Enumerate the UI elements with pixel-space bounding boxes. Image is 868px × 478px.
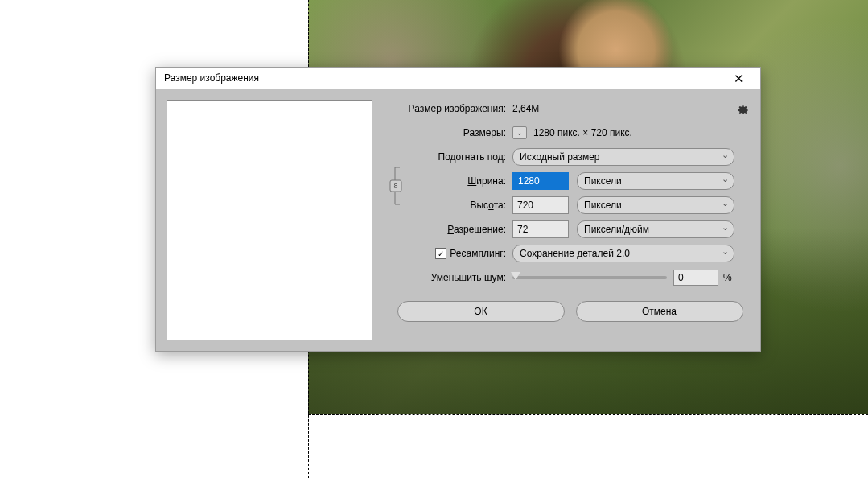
resolution-input[interactable] (512, 220, 569, 238)
svg-text:8: 8 (393, 182, 397, 190)
constrain-proportions-link[interactable]: 8 (389, 164, 405, 208)
dimensions-label: Размеры: (390, 127, 512, 138)
resolution-unit-value: Пиксели/дюйм (584, 224, 649, 235)
noise-input[interactable] (673, 270, 718, 286)
dialog-title: Размер изображения (164, 72, 723, 84)
resample-value: Сохранение деталей 2.0 (520, 248, 630, 259)
noise-unit: % (723, 272, 732, 283)
dialog-titlebar[interactable]: Размер изображения ✕ (156, 68, 760, 89)
chevron-down-icon: ⌄ (516, 129, 523, 137)
fit-to-select[interactable]: Исходный размер (512, 148, 734, 166)
preview-area (167, 100, 372, 340)
resample-label: Ресамплинг: (450, 248, 506, 259)
width-input[interactable] (512, 172, 569, 190)
fit-to-value: Исходный размер (520, 151, 600, 163)
image-size-dialog: Размер изображения ✕ Размер изображения:… (155, 67, 761, 352)
width-unit-value: Пиксели (584, 175, 622, 187)
slider-thumb-icon (511, 272, 520, 280)
noise-label: Уменьшить шум: (390, 272, 512, 283)
resample-select[interactable]: Сохранение деталей 2.0 (512, 245, 734, 262)
dimensions-value: 1280 пикс. × 720 пикс. (533, 127, 632, 138)
gear-icon[interactable] (737, 103, 748, 114)
ok-button[interactable]: ОК (397, 301, 565, 322)
width-label: Ширина: (390, 175, 512, 187)
height-label: Высота: (390, 200, 512, 211)
fit-to-label: Подогнать под: (390, 151, 512, 163)
image-size-label: Размер изображения: (390, 103, 512, 114)
noise-slider[interactable] (512, 276, 667, 279)
width-unit-select[interactable]: Пиксели (577, 172, 734, 190)
selection-marquee-horizontal (308, 414, 868, 415)
resolution-label: Разрешение: (390, 224, 512, 235)
cancel-button[interactable]: Отмена (576, 301, 743, 322)
height-input[interactable] (512, 196, 569, 214)
height-unit-value: Пиксели (584, 200, 622, 211)
close-button[interactable]: ✕ (723, 68, 754, 89)
height-unit-select[interactable]: Пиксели (577, 196, 734, 214)
close-icon: ✕ (734, 72, 744, 84)
resolution-unit-select[interactable]: Пиксели/дюйм (577, 220, 734, 238)
image-size-value: 2,64M (512, 103, 539, 114)
dialog-body: Размер изображения: 2,64M Размеры: ⌄ 128… (156, 89, 760, 351)
resample-checkbox[interactable]: ✓ (435, 248, 446, 259)
dimensions-unit-toggle[interactable]: ⌄ (512, 126, 527, 139)
